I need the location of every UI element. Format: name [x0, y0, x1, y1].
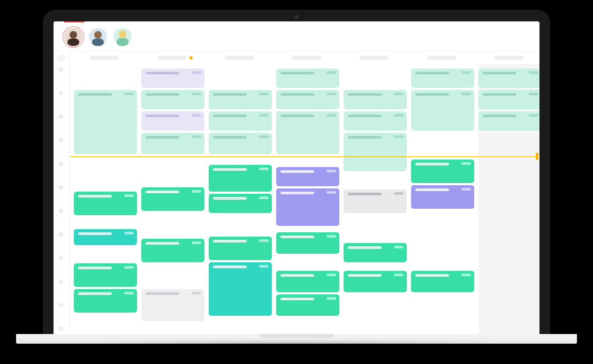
calendar-event[interactable]: [411, 69, 474, 88]
calendar-event[interactable]: [209, 237, 272, 260]
current-time-line: [70, 156, 536, 157]
calendar-event[interactable]: [74, 229, 137, 245]
calendar-event[interactable]: [276, 167, 339, 186]
event-time-chip: [461, 71, 471, 74]
calendar-event[interactable]: [344, 189, 407, 213]
calendar-event[interactable]: [276, 69, 339, 88]
calendar-event[interactable]: [344, 271, 407, 292]
half-hour-dot: [60, 80, 62, 82]
calendar-event[interactable]: [276, 90, 339, 109]
calendar-event[interactable]: [276, 271, 339, 292]
calendar-event[interactable]: [344, 90, 407, 109]
calendar-event[interactable]: [74, 90, 137, 154]
calendar-grid[interactable]: [70, 52, 539, 335]
svg-rect-5: [92, 39, 104, 46]
event-title: [280, 93, 314, 96]
event-title: [213, 115, 247, 117]
avatar-person-1[interactable]: [64, 28, 82, 46]
event-time-chip: [192, 71, 201, 74]
event-time-chip: [326, 191, 336, 194]
calendar-event[interactable]: [276, 294, 339, 316]
event-title: [280, 274, 314, 277]
avatar-person-3[interactable]: [113, 28, 132, 46]
day-header[interactable]: [157, 56, 186, 60]
event-title: [348, 274, 382, 277]
calendar-event[interactable]: [276, 188, 339, 226]
svg-point-4: [94, 31, 102, 39]
event-time-chip: [192, 292, 201, 294]
calendar-event[interactable]: [209, 90, 272, 109]
event-time-chip: [394, 274, 404, 276]
event-title: [348, 115, 382, 117]
calendar-event[interactable]: [209, 165, 272, 192]
event-time-chip: [326, 235, 336, 238]
svg-rect-2: [67, 39, 79, 46]
calendar-event[interactable]: [478, 69, 539, 88]
day-header[interactable]: [427, 56, 456, 60]
event-time-chip: [259, 114, 269, 117]
avatar-person-2[interactable]: [89, 28, 107, 46]
event-time-chip: [192, 114, 201, 117]
half-hour-dot: [60, 245, 62, 247]
event-time-chip: [326, 297, 336, 300]
event-time-chip: [326, 274, 336, 276]
calendar-event[interactable]: [141, 239, 204, 262]
day-header[interactable]: [225, 56, 254, 60]
event-time-chip: [259, 168, 269, 170]
time-rail: [54, 52, 70, 335]
calendar-event[interactable]: [141, 289, 204, 321]
calendar-event[interactable]: [276, 232, 339, 254]
calendar-event[interactable]: [478, 111, 539, 131]
calendar-event[interactable]: [344, 133, 407, 171]
calendar-event[interactable]: [344, 111, 407, 131]
event-title: [483, 93, 516, 96]
event-title: [348, 193, 382, 195]
calendar-event[interactable]: [74, 263, 137, 287]
event-time-chip: [259, 135, 269, 138]
calendar-event[interactable]: [344, 243, 407, 262]
calendar-event[interactable]: [141, 111, 204, 131]
event-title: [146, 115, 179, 117]
day-header[interactable]: [495, 56, 523, 60]
event-title: [213, 168, 247, 171]
day-header[interactable]: [360, 56, 389, 60]
day-header[interactable]: [292, 56, 321, 60]
half-hour-dot: [60, 104, 62, 105]
calendar-event[interactable]: [141, 90, 204, 109]
calendar-event[interactable]: [276, 111, 339, 154]
calendar-event[interactable]: [209, 262, 272, 316]
event-title: [280, 192, 314, 194]
event-time-chip: [461, 162, 471, 165]
active-tab-indicator: [64, 21, 85, 22]
svg-rect-8: [117, 38, 128, 46]
current-time-handle[interactable]: [536, 153, 538, 160]
calendar-event[interactable]: [478, 90, 539, 109]
half-hour-dot: [60, 151, 62, 153]
people-picker: [54, 21, 539, 50]
calendar-event[interactable]: [74, 289, 137, 313]
calendar-event[interactable]: [209, 133, 272, 154]
day-header[interactable]: [90, 56, 119, 60]
calendar-event[interactable]: [141, 69, 204, 88]
calendar-event[interactable]: [209, 111, 272, 131]
event-title: [213, 266, 247, 268]
calendar-event[interactable]: [411, 185, 474, 209]
calendar-event[interactable]: [141, 133, 204, 154]
calendar-event[interactable]: [209, 194, 272, 213]
event-title: [280, 170, 314, 173]
laptop-base: [16, 334, 577, 344]
event-title: [483, 115, 516, 117]
event-title: [348, 93, 382, 96]
calendar-event[interactable]: [411, 160, 474, 183]
event-time-chip: [394, 114, 404, 117]
calendar-event[interactable]: [411, 90, 474, 131]
svg-point-7: [119, 31, 126, 38]
event-time-chip: [259, 265, 269, 268]
event-title: [280, 236, 314, 238]
event-time-chip: [461, 188, 471, 191]
calendar-event[interactable]: [411, 271, 474, 292]
hour-mark: [59, 67, 63, 72]
calendar-event[interactable]: [74, 192, 137, 215]
event-title: [483, 72, 516, 74]
calendar-event[interactable]: [141, 187, 204, 211]
